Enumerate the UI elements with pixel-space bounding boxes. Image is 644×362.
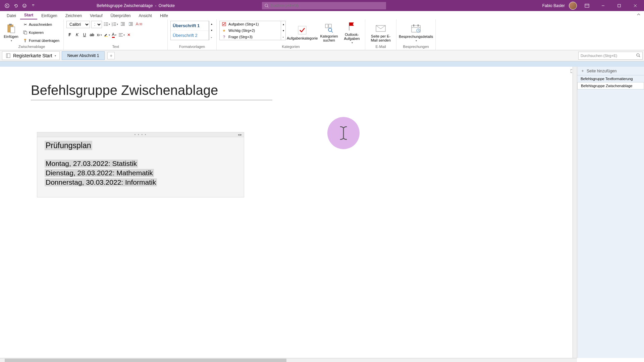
highlight-button[interactable]: ▾ <box>103 32 110 38</box>
note-drag-handle[interactable]: • • • • ◂ ▸ <box>37 132 244 137</box>
menu-datei[interactable]: Datei <box>3 12 20 19</box>
find-tags-button[interactable]: Kategorien suchen <box>319 21 339 44</box>
clear-format-button[interactable]: A⌫ <box>136 21 142 27</box>
font-color-button[interactable]: A▾ <box>111 32 117 38</box>
menu-hilfe[interactable]: Hilfe <box>156 12 172 19</box>
meeting-details-label: Besprechungsdetails <box>399 35 433 39</box>
email-page-button[interactable]: Seite per E-Mail senden <box>368 21 393 44</box>
titlebar: Befehlsgruppe Zwischenablage - OneNote F… <box>0 0 644 11</box>
page-list-item[interactable]: Befehlsgruppe Zwischenablage <box>577 82 644 89</box>
indent-button[interactable] <box>127 21 134 27</box>
align-button[interactable]: ▾ <box>118 32 125 38</box>
style-scroll-down[interactable]: ▾ <box>209 27 214 34</box>
style-gallery-expand[interactable]: ⌄ <box>209 34 214 40</box>
collapse-ribbon-icon[interactable] <box>637 12 641 17</box>
search-box[interactable] <box>262 2 386 9</box>
qat-dropdown-icon[interactable] <box>30 3 36 9</box>
note-line[interactable]: Donnerstag, 30.03.2022: Informatik <box>45 178 157 186</box>
copy-button[interactable]: Kopieren <box>21 29 61 36</box>
tag-important[interactable]: ★Wichtig (Strg+2) <box>220 27 281 34</box>
styles-group-label: Formatvorlagen <box>170 45 214 49</box>
style-heading2[interactable]: Überschrift 2 <box>171 31 209 40</box>
paste-label: Einfügen <box>4 35 18 39</box>
svg-point-60 <box>637 54 639 56</box>
question-icon: ? <box>222 35 226 39</box>
ribbon-group-text: Calibri 11 ▾ 123▾ A⌫ F K U ab x2▾ ▾ A▾ ▾… <box>64 19 168 50</box>
page-list-item[interactable]: Befehlsgruppe Textformatierung <box>577 75 644 82</box>
search-input[interactable] <box>271 3 383 8</box>
menu-einfuegen[interactable]: Einfügen <box>37 12 61 19</box>
notebook-dropdown[interactable]: Registerkarte Start ▾ <box>2 51 60 60</box>
style-heading1[interactable]: Überschrift 1 <box>171 21 209 31</box>
task-category-button[interactable]: Aufgabenkategorie <box>288 21 317 44</box>
add-page-button[interactable]: ＋ Seite hinzufügen <box>577 67 644 75</box>
note-heading[interactable]: Prüfungsplan <box>45 141 92 150</box>
section-tab[interactable]: Neuer Abschnitt 1 <box>62 51 105 60</box>
maximize-button[interactable] <box>613 2 625 10</box>
style-scroll-up[interactable]: ▴ <box>209 21 214 27</box>
tag-task[interactable]: Aufgaben (Strg+1) <box>220 21 281 27</box>
add-section-button[interactable]: + <box>107 52 115 59</box>
page-search-box[interactable]: Durchsuchen (Strg+E) <box>578 52 643 60</box>
menu-zeichnen[interactable]: Zeichnen <box>61 12 86 19</box>
ribbon: Einfügen ▾ ✂Ausschneiden Kopieren Format… <box>0 19 644 50</box>
svg-point-22 <box>104 24 105 24</box>
menu-ueberpruefen[interactable]: Überprüfen <box>106 12 135 19</box>
menu-start[interactable]: Start <box>20 11 37 19</box>
ibeam-icon <box>338 125 348 141</box>
tag-search-icon <box>324 23 334 34</box>
svg-line-61 <box>639 56 640 57</box>
page-title[interactable]: Befehlsgruppe Zwischenablage <box>31 83 272 100</box>
outlook-tasks-button[interactable]: Outlook-Aufgaben▾ <box>341 21 362 44</box>
notebook-name: Registerkarte Start <box>13 53 52 58</box>
bold-button[interactable]: F <box>66 32 73 38</box>
minimize-button[interactable] <box>597 2 609 10</box>
note-line[interactable]: Montag, 27.03.2022: Statistik <box>45 160 138 168</box>
undo-icon[interactable] <box>13 3 19 9</box>
touch-icon[interactable] <box>21 3 28 9</box>
note-nav-left-icon[interactable]: ◂ <box>238 133 239 136</box>
svg-text:3: 3 <box>112 24 113 26</box>
delete-button[interactable]: ✕ <box>125 32 132 38</box>
task-category-label: Aufgabenkategorie <box>287 36 318 40</box>
tag-question[interactable]: ?Frage (Strg+3) <box>220 34 281 40</box>
numbering-button[interactable]: 123▾ <box>111 21 118 27</box>
close-button[interactable] <box>629 2 641 10</box>
note-line[interactable]: Dienstag, 28.03.2022: Mathematik <box>45 169 154 177</box>
tag-scroll-down[interactable]: ▾ <box>281 27 285 34</box>
font-size-select[interactable]: 11 <box>91 21 102 28</box>
page-scrollbar[interactable] <box>573 67 577 358</box>
meeting-details-button[interactable]: Besprechungsdetails▾ <box>399 21 433 44</box>
note-nav-right-icon[interactable]: ▸ <box>240 133 242 136</box>
search-icon <box>265 4 269 8</box>
page-canvas[interactable]: Befehlsgruppe Zwischenablage • • • • ◂ ▸… <box>0 67 577 358</box>
cut-button[interactable]: ✂Ausschneiden <box>21 21 61 28</box>
format-painter-label: Format übertragen <box>29 39 59 43</box>
italic-button[interactable]: K <box>74 32 80 38</box>
back-icon[interactable] <box>4 3 10 9</box>
tag-scroll-up[interactable]: ▴ <box>281 21 285 27</box>
text-group-label: Text <box>66 45 165 49</box>
paste-button[interactable]: Einfügen ▾ <box>3 21 19 44</box>
outdent-button[interactable] <box>119 21 126 27</box>
horizontal-scrollbar[interactable] <box>0 358 577 362</box>
menubar: Datei Start Einfügen Zeichnen Verlauf Üb… <box>0 11 644 19</box>
tag-gallery-expand[interactable]: ⌄ <box>281 34 285 40</box>
svg-rect-58 <box>6 54 10 58</box>
note-container[interactable]: • • • • ◂ ▸ Prüfungsplan Montag, 27.03.2… <box>37 132 244 197</box>
bullets-button[interactable]: ▾ <box>103 21 110 27</box>
svg-rect-40 <box>104 36 108 37</box>
strike-button[interactable]: ab <box>89 32 95 38</box>
font-name-select[interactable]: Calibri <box>66 21 90 28</box>
menu-ansicht[interactable]: Ansicht <box>135 12 156 19</box>
ribbon-mode-icon[interactable] <box>581 2 593 10</box>
svg-rect-14 <box>9 24 12 25</box>
subscript-button[interactable]: x2▾ <box>96 32 103 38</box>
underline-button[interactable]: U <box>81 32 88 38</box>
menu-verlauf[interactable]: Verlauf <box>86 12 106 19</box>
svg-point-48 <box>328 28 332 32</box>
avatar[interactable] <box>569 2 577 10</box>
svg-point-5 <box>265 4 268 7</box>
scrollbar-thumb[interactable] <box>5 359 286 362</box>
format-painter-button[interactable]: Format übertragen <box>21 37 61 44</box>
